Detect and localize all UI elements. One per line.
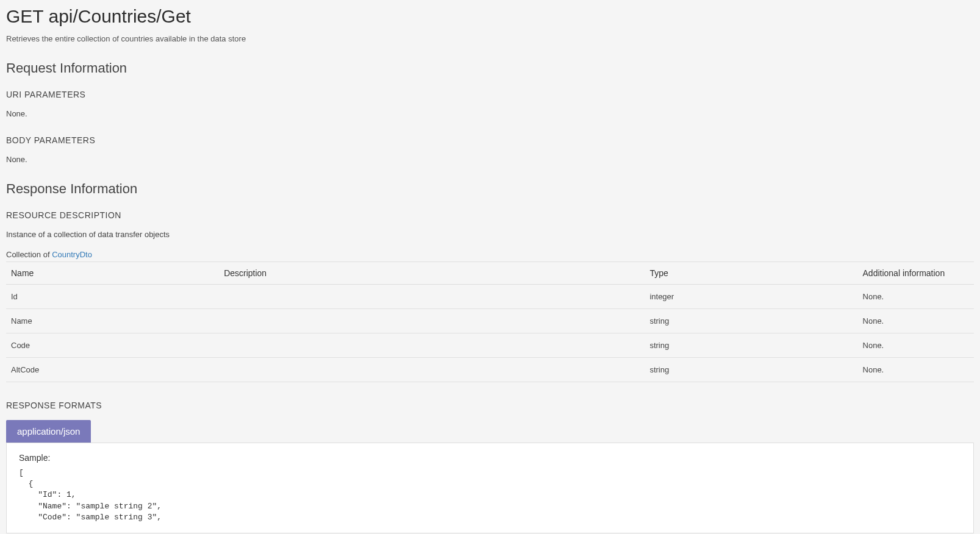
cell-additional: None. bbox=[858, 309, 974, 333]
countrydto-link[interactable]: CountryDto bbox=[52, 250, 92, 259]
tab-application-json[interactable]: application/json bbox=[6, 420, 91, 443]
sample-label: Sample: bbox=[19, 453, 961, 463]
collection-prefix: Collection of bbox=[6, 250, 52, 259]
cell-name: Id bbox=[6, 285, 219, 309]
cell-type: string bbox=[645, 309, 857, 333]
cell-type: string bbox=[645, 333, 857, 358]
th-additional: Additional information bbox=[858, 262, 974, 285]
cell-additional: None. bbox=[858, 333, 974, 358]
body-params-heading: BODY PARAMETERS bbox=[6, 135, 974, 145]
cell-additional: None. bbox=[858, 285, 974, 309]
th-name: Name bbox=[6, 262, 219, 285]
table-row: Name string None. bbox=[6, 309, 974, 333]
resource-table: Name Description Type Additional informa… bbox=[6, 262, 974, 382]
table-row: AltCode string None. bbox=[6, 358, 974, 382]
cell-type: string bbox=[645, 358, 857, 382]
page-title: GET api/Countries/Get bbox=[6, 6, 974, 27]
th-type: Type bbox=[645, 262, 857, 285]
collection-of-text: Collection of CountryDto bbox=[6, 250, 974, 259]
table-row: Code string None. bbox=[6, 333, 974, 358]
response-formats-heading: RESPONSE FORMATS bbox=[6, 400, 974, 410]
th-description: Description bbox=[219, 262, 645, 285]
cell-description bbox=[219, 285, 645, 309]
cell-name: Name bbox=[6, 309, 219, 333]
uri-params-value: None. bbox=[6, 109, 974, 118]
tab-content: Sample: [ { "Id": 1, "Name": "sample str… bbox=[6, 443, 974, 533]
tab-container: application/json Sample: [ { "Id": 1, "N… bbox=[6, 420, 974, 533]
cell-description bbox=[219, 333, 645, 358]
cell-additional: None. bbox=[858, 358, 974, 382]
cell-type: integer bbox=[645, 285, 857, 309]
cell-description bbox=[219, 309, 645, 333]
table-header-row: Name Description Type Additional informa… bbox=[6, 262, 974, 285]
resource-desc-text: Instance of a collection of data transfe… bbox=[6, 230, 974, 239]
sample-code: [ { "Id": 1, "Name": "sample string 2", … bbox=[19, 468, 961, 523]
cell-name: AltCode bbox=[6, 358, 219, 382]
cell-name: Code bbox=[6, 333, 219, 358]
uri-params-heading: URI PARAMETERS bbox=[6, 90, 974, 99]
cell-description bbox=[219, 358, 645, 382]
page-description: Retrieves the entire collection of count… bbox=[6, 34, 974, 43]
request-info-heading: Request Information bbox=[6, 60, 974, 76]
body-params-value: None. bbox=[6, 155, 974, 164]
table-row: Id integer None. bbox=[6, 285, 974, 309]
resource-desc-heading: RESOURCE DESCRIPTION bbox=[6, 210, 974, 220]
response-info-heading: Response Information bbox=[6, 181, 974, 197]
